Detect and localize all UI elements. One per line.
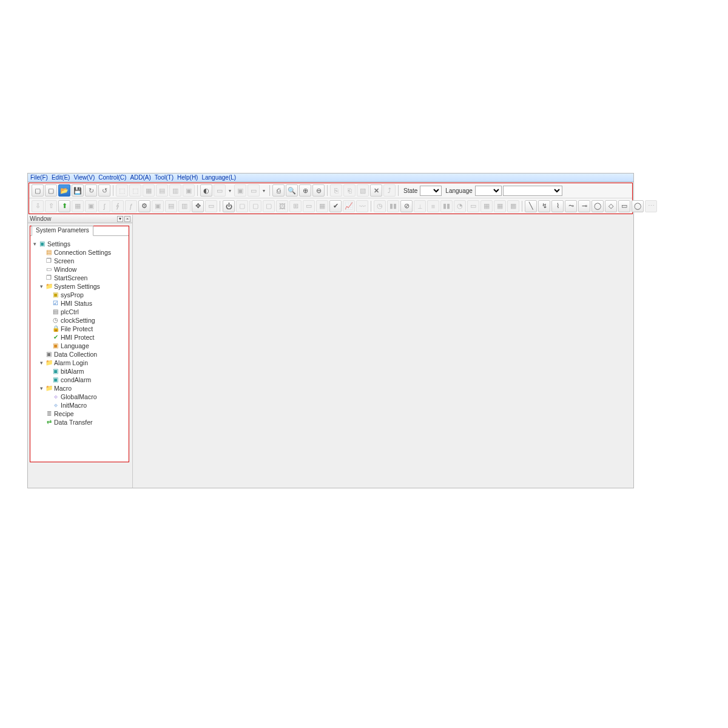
- panel-c-icon[interactable]: ▦: [494, 200, 506, 212]
- aux-select[interactable]: [503, 186, 562, 196]
- trend-icon[interactable]: 〰: [356, 200, 368, 212]
- rect-tool-icon[interactable]: ▭: [618, 200, 630, 212]
- tree-screen[interactable]: ❐Screen: [32, 257, 127, 265]
- tool-a-icon[interactable]: ▣: [152, 200, 164, 212]
- screen-icon[interactable]: ▭: [205, 200, 217, 212]
- cut-icon[interactable]: ▧: [357, 184, 369, 197]
- tool-c-icon[interactable]: ▥: [178, 200, 190, 212]
- barcode-icon[interactable]: ▮▮: [387, 200, 399, 212]
- contrast-icon[interactable]: ◐: [200, 184, 212, 197]
- tree-recipe[interactable]: ≣Recipe: [32, 410, 127, 418]
- menu-tool[interactable]: Tool(T): [155, 174, 174, 181]
- gauge-icon[interactable]: ◷: [374, 200, 386, 212]
- zoom-out-icon[interactable]: ⊖: [312, 184, 325, 197]
- tree-file-protect[interactable]: 🔒File Protect: [32, 325, 127, 333]
- dropdown-icon[interactable]: ▾: [227, 188, 233, 194]
- keypad-icon[interactable]: ⊞: [289, 200, 302, 212]
- tree-settings[interactable]: ▾▣Settings: [32, 240, 127, 248]
- meter-icon[interactable]: ◔: [454, 200, 466, 212]
- bring-front-icon[interactable]: ▣: [234, 184, 246, 197]
- download-icon[interactable]: ⇩: [32, 200, 44, 212]
- tree-hmi-protect[interactable]: ✔HMI Protect: [32, 333, 127, 342]
- menu-add[interactable]: ADD(A): [130, 174, 150, 181]
- move-icon[interactable]: ✥: [192, 200, 204, 212]
- table-icon[interactable]: ▦: [316, 200, 328, 212]
- menu-file[interactable]: File(F): [30, 174, 48, 181]
- zoom-fit-icon[interactable]: 🔍: [286, 184, 298, 197]
- tab-system-parameters[interactable]: System Parameters: [32, 226, 93, 236]
- panel-a-icon[interactable]: ▭: [467, 200, 479, 212]
- tree-hmi-status[interactable]: ☑HMI Status: [32, 299, 127, 308]
- ruler-icon[interactable]: ⟂: [414, 200, 426, 212]
- tree-initmacro[interactable]: ⟐InitMacro: [32, 401, 127, 410]
- zoom-in-icon[interactable]: ⊕: [299, 184, 311, 197]
- slider-icon[interactable]: ≡: [427, 200, 439, 212]
- ellipse-tool-icon[interactable]: ◯: [592, 200, 604, 212]
- script-icon[interactable]: ∫: [98, 200, 110, 212]
- tool-b-icon[interactable]: ▤: [165, 200, 177, 212]
- menu-edit[interactable]: Edit(E): [52, 174, 70, 181]
- widget-a-icon[interactable]: ▢: [236, 200, 248, 212]
- undo-icon[interactable]: ↺: [98, 184, 110, 197]
- bars-icon[interactable]: ▮▮: [440, 200, 453, 212]
- tree-startscreen[interactable]: ❐StartScreen: [32, 274, 127, 282]
- roundrect-tool-icon[interactable]: ◯: [632, 200, 644, 212]
- panel-d-icon[interactable]: ▩: [507, 200, 519, 212]
- copy-icon[interactable]: ⎘: [330, 184, 342, 197]
- distribute-icon[interactable]: ▥: [169, 184, 181, 197]
- grid-icon[interactable]: ▦: [143, 184, 155, 197]
- open-folder-icon[interactable]: 📂: [58, 184, 70, 197]
- dock-icon[interactable]: ▾: [117, 216, 123, 222]
- tree-globalmacro[interactable]: ⟐GlobalMacro: [32, 393, 127, 401]
- tree-window[interactable]: ▭Window: [32, 265, 127, 274]
- menu-language[interactable]: Language(L): [201, 174, 236, 181]
- group-select-icon[interactable]: ⬚: [129, 184, 141, 197]
- send-back-icon[interactable]: ▭: [248, 184, 260, 197]
- tree-macro[interactable]: ▾📁Macro: [32, 384, 127, 393]
- redo-icon[interactable]: ↻: [85, 184, 97, 197]
- lock-toggle-icon[interactable]: ▣: [183, 184, 195, 197]
- chart-icon[interactable]: 📈: [343, 200, 355, 212]
- gear-icon[interactable]: ⚙: [138, 200, 150, 212]
- pin-icon[interactable]: ⤴: [383, 184, 396, 197]
- menu-control[interactable]: Control(C): [98, 174, 126, 181]
- curve-tool-icon[interactable]: ⌇: [551, 200, 564, 212]
- simulate-icon[interactable]: ▣: [85, 200, 97, 212]
- panel-b-icon[interactable]: ▦: [480, 200, 493, 212]
- tree-sysprop[interactable]: ▣sysProp: [32, 291, 127, 299]
- function-icon[interactable]: ƒ: [125, 200, 137, 212]
- tree-condalarm[interactable]: ▣condAlarm: [32, 376, 127, 384]
- design-canvas[interactable]: [132, 215, 633, 488]
- tree-data-transfer[interactable]: ⇄Data Transfer: [32, 418, 127, 426]
- line-tool-icon[interactable]: ╲: [525, 200, 537, 212]
- tree-clocksetting[interactable]: ◷clockSetting: [32, 316, 127, 325]
- tree-alarm-login[interactable]: ▾📁Alarm Login: [32, 359, 127, 367]
- compile-icon[interactable]: ▦: [72, 200, 84, 212]
- widget-c-icon[interactable]: ▢: [263, 200, 275, 212]
- script2-icon[interactable]: ∮: [112, 200, 124, 212]
- menu-help[interactable]: Help(H): [177, 174, 198, 181]
- tree-connection[interactable]: ▤Connection Settings: [32, 248, 127, 257]
- paste-icon[interactable]: ⎗: [343, 184, 356, 197]
- save-icon[interactable]: 💾: [72, 184, 84, 197]
- align-icon[interactable]: ▤: [156, 184, 168, 197]
- connector-icon[interactable]: ⊸: [578, 200, 590, 212]
- new-icon[interactable]: ▢: [32, 184, 44, 197]
- tree-plcctrl[interactable]: ▤plcCtrl: [32, 308, 127, 316]
- close-icon[interactable]: ×: [124, 216, 130, 222]
- new-page-icon[interactable]: ▢: [45, 184, 57, 197]
- polygon-tool-icon[interactable]: ◇: [605, 200, 617, 212]
- check-icon[interactable]: ✔: [329, 200, 342, 212]
- no-entry-icon[interactable]: ⊘: [400, 200, 413, 212]
- widget-b-icon[interactable]: ▢: [249, 200, 261, 212]
- layer-icon[interactable]: ▭: [214, 184, 226, 197]
- power-icon[interactable]: ⏻: [223, 200, 235, 212]
- tree-data-collection[interactable]: ▣Data Collection: [32, 350, 127, 359]
- run-up-icon[interactable]: ⬆: [58, 200, 70, 212]
- select-tool-icon[interactable]: ⬚: [116, 184, 128, 197]
- delete-icon[interactable]: ✕: [370, 184, 382, 197]
- label-icon[interactable]: ▭: [303, 200, 315, 212]
- arc-tool-icon[interactable]: ⤳: [565, 200, 577, 212]
- image-icon[interactable]: 🖼: [276, 200, 288, 212]
- more-shapes-icon[interactable]: ⋯: [645, 200, 657, 212]
